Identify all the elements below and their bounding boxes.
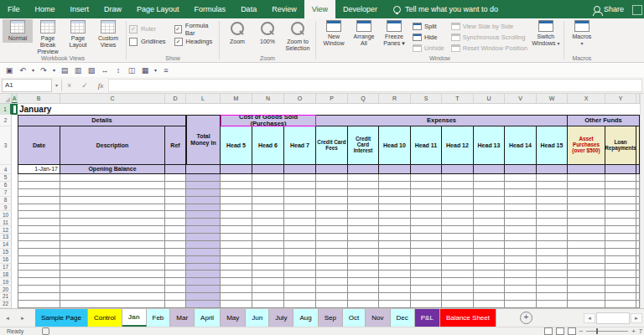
cell[interactable] (605, 182, 636, 189)
column-header-v[interactable]: V (505, 94, 537, 103)
cell[interactable] (165, 286, 186, 293)
ribbon-tab-view[interactable]: View (304, 0, 335, 18)
cell[interactable] (60, 256, 165, 264)
cell[interactable] (505, 264, 537, 271)
header-cell-credit-card-interest[interactable]: Credit Card Interest (348, 126, 379, 165)
row-header-17[interactable]: 17 (0, 264, 12, 271)
cell[interactable] (411, 226, 442, 234)
cell[interactable] (221, 301, 252, 308)
cell[interactable] (605, 249, 636, 256)
cell[interactable] (568, 226, 605, 234)
cell[interactable] (284, 234, 316, 241)
cell[interactable] (379, 293, 411, 301)
row-header-18[interactable]: 18 (0, 271, 12, 278)
sheet-tab-jan[interactable]: Jan (122, 309, 147, 327)
cell[interactable] (442, 174, 474, 182)
cell[interactable] (442, 256, 474, 264)
cell-a-empty[interactable] (12, 256, 18, 264)
cell[interactable] (284, 197, 316, 204)
ribbon-tab-review[interactable]: Review (264, 0, 304, 18)
cell[interactable] (18, 234, 60, 241)
cell[interactable] (379, 278, 411, 286)
cell[interactable] (18, 219, 60, 226)
header-cell-date[interactable]: Date (18, 126, 60, 165)
zoom-out-button[interactable]: − (579, 327, 584, 335)
cell[interactable] (18, 182, 60, 189)
cell[interactable] (18, 174, 60, 182)
cell-a-empty[interactable] (12, 211, 18, 219)
cell[interactable] (60, 234, 165, 241)
cell[interactable] (284, 301, 316, 308)
cell[interactable] (316, 293, 348, 301)
undo-icon[interactable]: ↶ (17, 66, 29, 75)
row-header-11[interactable]: 11 (0, 219, 12, 226)
cell[interactable] (379, 219, 411, 226)
cell[interactable] (221, 249, 252, 256)
ribbon-tab-data[interactable]: Data (233, 0, 264, 18)
vertical-arrows-icon[interactable]: ↕ (112, 66, 124, 75)
cell[interactable] (252, 241, 284, 249)
cell[interactable] (505, 197, 537, 204)
cell[interactable] (18, 256, 60, 264)
cell[interactable] (60, 226, 165, 234)
cell[interactable] (60, 197, 165, 204)
cell[interactable] (186, 234, 221, 241)
row-header-6[interactable]: 6 (0, 182, 12, 189)
cell[interactable] (605, 278, 636, 286)
cell[interactable] (221, 256, 252, 264)
name-box[interactable] (2, 79, 52, 92)
cell[interactable] (537, 264, 568, 271)
hscroll-right-icon[interactable]: ► (631, 313, 642, 323)
cell-a-empty[interactable] (12, 174, 18, 182)
cell[interactable] (605, 197, 636, 204)
cell[interactable] (284, 293, 316, 301)
cell[interactable] (18, 293, 60, 301)
cell[interactable] (165, 219, 186, 226)
cell[interactable] (568, 211, 605, 219)
row-header-5[interactable]: 5 (0, 174, 12, 182)
cell[interactable] (411, 204, 442, 212)
group-header-other-funds[interactable]: Other Funds (568, 115, 640, 126)
switch-windows-button[interactable]: Switch Windows ▾ (531, 19, 561, 48)
row-header-15[interactable]: 15 (0, 249, 12, 256)
header-cell-head-11[interactable]: Head 11 (411, 126, 442, 165)
cell[interactable] (186, 174, 221, 182)
cell[interactable] (165, 278, 186, 286)
cell[interactable] (568, 286, 605, 293)
cell[interactable] (605, 293, 636, 301)
cell[interactable] (316, 204, 348, 212)
column-header-o[interactable]: O (284, 94, 316, 103)
cell[interactable] (379, 256, 411, 264)
page-break-preview-button[interactable]: Page Break Preview (33, 19, 63, 56)
cell[interactable] (379, 234, 411, 241)
cell[interactable] (505, 226, 537, 234)
cell[interactable] (411, 189, 442, 197)
normal-button[interactable]: Normal (3, 19, 33, 43)
page-break-view-icon[interactable] (568, 327, 576, 335)
cell[interactable] (186, 211, 221, 219)
cell[interactable] (348, 256, 379, 264)
cell[interactable] (474, 241, 505, 249)
hscroll-thumb[interactable] (596, 312, 630, 324)
cell[interactable] (537, 249, 568, 256)
cell[interactable] (252, 264, 284, 271)
cell[interactable] (442, 165, 474, 174)
group-header-expenses[interactable]: Expenses (316, 115, 568, 126)
cell-a-empty[interactable] (12, 226, 18, 234)
cell-a-empty[interactable] (12, 234, 18, 241)
cell[interactable] (252, 182, 284, 189)
cell-opening-balance[interactable]: Opening Balance (60, 165, 165, 174)
enter-button[interactable]: ✓ (76, 81, 93, 90)
insert-function-button[interactable]: fx (93, 81, 109, 90)
cell[interactable] (568, 204, 605, 212)
cell[interactable] (537, 226, 568, 234)
cell[interactable] (379, 286, 411, 293)
cell[interactable] (505, 189, 537, 197)
total-money-in-header[interactable]: Total Money In (186, 115, 221, 165)
cell[interactable] (186, 264, 221, 271)
cell[interactable] (474, 204, 505, 212)
cell[interactable] (165, 249, 186, 256)
expand-window-icon[interactable]: ◫ (126, 66, 138, 75)
cell-a-empty[interactable] (12, 197, 18, 204)
cell[interactable] (348, 249, 379, 256)
